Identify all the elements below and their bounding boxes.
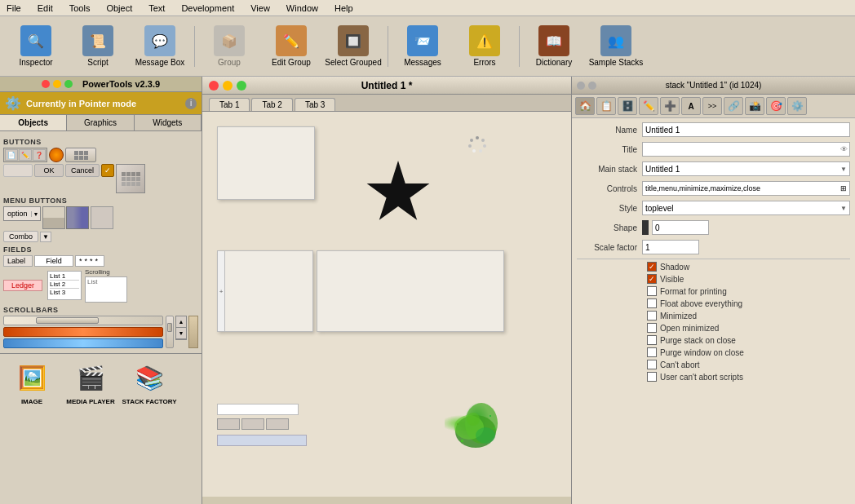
messagebox-button[interactable]: 💬 Message Box xyxy=(131,20,189,73)
insp-tool-edit[interactable]: ✏️ xyxy=(639,97,658,115)
insp-close-btn[interactable] xyxy=(577,82,585,90)
insp-minimized-checkbox[interactable] xyxy=(647,311,657,321)
canvas-max-btn[interactable] xyxy=(237,81,246,91)
canvas-input-1[interactable] xyxy=(217,404,299,415)
canvas-min-btn[interactable] xyxy=(223,81,233,91)
pt-option-btn[interactable]: option ▼ xyxy=(3,206,41,221)
canvas-plus-btn[interactable]: + xyxy=(217,250,225,332)
menu-file[interactable]: File xyxy=(3,3,24,13)
pt-close-dot[interactable] xyxy=(42,80,50,88)
insp-controls-extra[interactable]: ⊞ xyxy=(840,184,847,192)
errors-button[interactable]: ⚠️ Errors xyxy=(455,20,514,73)
insp-tool-target[interactable]: 🎯 xyxy=(766,97,786,115)
menu-view[interactable]: View xyxy=(247,3,273,13)
editgroup-button[interactable]: ✏️ Edit Group xyxy=(262,20,321,73)
insp-title-value[interactable]: 👁 xyxy=(642,142,850,157)
pt-v-scrollbar-tan[interactable] xyxy=(188,316,198,348)
pt-scrollbar-blue[interactable] xyxy=(3,338,163,348)
canvas-tab-1[interactable]: Tab 1 xyxy=(209,98,250,111)
canvas-radio-1[interactable] xyxy=(217,418,240,430)
insp-usercan-checkbox[interactable] xyxy=(647,372,657,382)
pt-list-widget[interactable]: List 1 List 2 List 3 xyxy=(47,271,82,300)
pt-check-btn[interactable]: ✓ xyxy=(101,164,114,177)
insp-tool-db[interactable]: 🗄️ xyxy=(618,97,637,115)
insp-openmin-checkbox[interactable] xyxy=(647,323,657,333)
canvas-tab-3[interactable]: Tab 3 xyxy=(295,98,335,111)
insp-tool-more[interactable]: >> xyxy=(702,97,722,115)
dictionary-button[interactable]: 📖 Dictionary xyxy=(525,20,583,73)
pt-v-scrollbar[interactable] xyxy=(166,316,174,348)
insp-min-btn[interactable] xyxy=(588,82,596,90)
insp-float-checkbox[interactable] xyxy=(647,298,657,308)
pt-stepper-down[interactable]: ▼ xyxy=(176,328,186,339)
pt-field-widget[interactable]: Field xyxy=(34,255,73,267)
menu-edit[interactable]: Edit xyxy=(34,3,56,13)
pt-btn-file-icon[interactable]: 📄 xyxy=(5,149,18,161)
pt-combo-button[interactable]: Combo xyxy=(3,231,38,242)
pt-icon-3[interactable] xyxy=(91,206,113,229)
pt-icon-grid-widget[interactable] xyxy=(65,148,96,162)
insp-tool-copy[interactable]: 📋 xyxy=(596,97,616,115)
pt-menu-icon-grid[interactable] xyxy=(116,164,145,193)
pt-btn-help-icon[interactable]: ❓ xyxy=(33,149,46,161)
menu-object[interactable]: Object xyxy=(103,3,135,13)
pt-stackfactory-btn[interactable]: 📚 STACK FACTORY xyxy=(121,359,178,405)
pt-max-dot[interactable] xyxy=(64,80,73,88)
canvas-tab-2[interactable]: Tab 2 xyxy=(251,98,292,111)
group-button[interactable]: 📦 Group xyxy=(200,20,259,73)
messages-button[interactable]: 📨 Messages xyxy=(393,20,452,73)
pt-rounded-btn-1[interactable] xyxy=(3,164,33,177)
pt-combo-dropdown[interactable]: ▼ xyxy=(40,232,51,242)
menu-window[interactable]: Window xyxy=(283,3,321,13)
pt-tab-graphics[interactable]: Graphics xyxy=(67,115,134,130)
insp-format-checkbox[interactable] xyxy=(647,286,657,296)
pt-scrollbar-orange[interactable] xyxy=(3,327,163,337)
insp-mainstack-dropdown[interactable]: Untitled 1 ▼ xyxy=(642,161,850,176)
insp-tool-add[interactable]: ➕ xyxy=(660,97,680,115)
script-button[interactable]: 📜 Script xyxy=(69,20,127,73)
pt-stepper-up[interactable]: ▲ xyxy=(176,316,186,328)
insp-purgeclose-checkbox[interactable] xyxy=(647,335,657,345)
menu-help[interactable]: Help xyxy=(331,3,357,13)
pt-icon-2[interactable] xyxy=(66,206,89,229)
pt-icon-1[interactable] xyxy=(42,206,65,229)
canvas-body[interactable]: + xyxy=(202,112,571,497)
menu-text[interactable]: Text xyxy=(145,3,168,13)
menu-development[interactable]: Development xyxy=(178,3,237,13)
insp-visible-checkbox[interactable]: ✓ xyxy=(647,274,657,284)
insp-tool-gear[interactable]: ⚙️ xyxy=(787,97,807,115)
pt-tab-widgets[interactable]: Widgets xyxy=(135,115,202,130)
pt-cancel-btn[interactable]: Cancel xyxy=(65,164,100,177)
menu-tools[interactable]: Tools xyxy=(66,3,94,13)
pt-image-btn[interactable]: 🖼️ IMAGE xyxy=(3,359,60,405)
insp-style-dropdown[interactable]: toplevel ▼ xyxy=(642,201,850,215)
pt-scrolllist-widget[interactable]: List xyxy=(85,276,127,303)
insp-name-value[interactable]: Untitled 1 xyxy=(642,122,850,137)
pt-v-thumb[interactable] xyxy=(167,323,172,332)
canvas-radio-2[interactable] xyxy=(241,418,264,430)
pt-mediaplayer-btn[interactable]: 🎬 MEDIA PLAYER xyxy=(62,359,119,405)
pt-btn-edit-icon[interactable]: ✏️ xyxy=(19,149,32,161)
pt-info-icon[interactable]: i xyxy=(185,98,197,109)
samplestacks-button[interactable]: 👥 Sample Stacks xyxy=(587,20,645,73)
insp-cantabort-checkbox[interactable] xyxy=(647,360,657,369)
insp-purgewindow-checkbox[interactable] xyxy=(647,347,657,357)
insp-shadow-checkbox[interactable]: ✓ xyxy=(647,262,657,272)
canvas-radio-3[interactable] xyxy=(266,418,289,430)
pt-orange-circle-btn[interactable] xyxy=(49,148,64,162)
pt-ledger-widget[interactable]: Ledger xyxy=(3,280,42,291)
insp-shape-value[interactable]: 0 xyxy=(652,220,709,235)
insp-tool-home[interactable]: 🏠 xyxy=(575,97,595,115)
insp-scalefactor-value[interactable]: 1 xyxy=(642,240,699,254)
pt-scrollbar-h1[interactable] xyxy=(3,316,163,325)
insp-controls-dropdown[interactable]: title,menu,minimize,maximize,close ⊞ xyxy=(642,181,850,196)
selectgrouped-button[interactable]: 🔲 Select Grouped xyxy=(324,20,383,73)
insp-tool-camera[interactable]: 📸 xyxy=(745,97,764,115)
pt-password-widget[interactable]: **** xyxy=(75,255,104,267)
pt-stepper[interactable]: ▲ ▼ xyxy=(175,316,187,340)
pt-ok-btn[interactable]: OK xyxy=(34,164,64,177)
inspector-button[interactable]: 🔍 Inspector xyxy=(7,20,65,73)
insp-tool-text[interactable]: A xyxy=(681,97,701,115)
insp-tool-link[interactable]: 🔗 xyxy=(724,97,743,115)
pt-tab-objects[interactable]: Objects xyxy=(0,115,67,130)
